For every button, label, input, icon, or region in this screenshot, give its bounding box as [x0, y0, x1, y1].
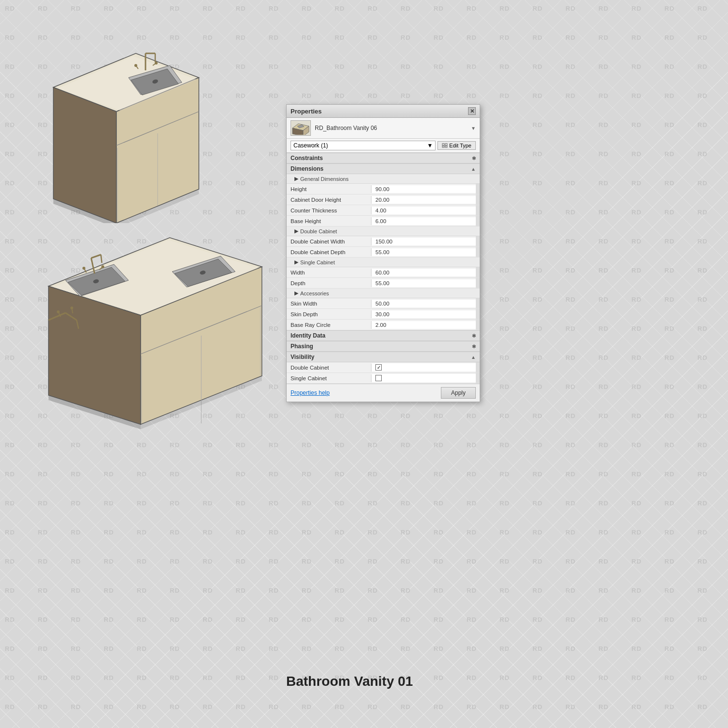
scrollbar [476, 278, 480, 288]
identity-data-label: Identity Data [291, 332, 325, 339]
visibility-row-single-cabinet: Single Cabinet [287, 373, 480, 384]
identity-data-section-header[interactable]: Identity Data ✱ [287, 330, 480, 341]
svg-rect-54 [445, 144, 447, 146]
edit-type-label: Edit Type [449, 143, 471, 148]
svg-point-44 [57, 310, 60, 313]
double-cabinet-label: Double Cabinet [300, 228, 337, 234]
prop-value-depth[interactable]: 55.00 [372, 279, 476, 287]
prop-label-counter-thickness: Counter Thickness [287, 207, 372, 214]
prop-row-depth: Depth 55.00 [287, 278, 480, 289]
visibility-value-single-cabinet[interactable] [372, 374, 476, 382]
single-cabinet-label: Single Cabinet [300, 259, 335, 265]
visibility-row-double-cabinet: Double Cabinet ✓ [287, 362, 480, 373]
prop-row-base-height: Base Height 6.00 [287, 216, 480, 226]
scrollbar [476, 267, 480, 277]
prop-value-width[interactable]: 60.00 [372, 269, 476, 276]
scrollbar [476, 236, 480, 246]
prop-value-height[interactable]: 90.00 [372, 185, 476, 193]
phasing-section-header[interactable]: Phasing ✱ [287, 341, 480, 352]
accessories-expand-icon: ▶ [294, 290, 298, 296]
prop-label-base-height: Base Height [287, 217, 372, 225]
double-cabinet-drawing [39, 223, 281, 443]
dimensions-section-header[interactable]: Dimensions ▲ [287, 163, 480, 174]
double-cabinet-expand-icon: ▶ [294, 228, 298, 234]
dimensions-collapse-icon: ▲ [471, 166, 476, 172]
general-dimensions-subsection[interactable]: ▶ General Dimensions [287, 174, 480, 184]
prop-label-double-cabinet-width: Double Cabinet Width [287, 238, 372, 245]
general-dimensions-label: General Dimensions [300, 176, 349, 182]
prop-label-depth: Depth [287, 279, 372, 287]
svg-point-16 [155, 62, 158, 65]
edit-type-icon [442, 143, 448, 148]
scrollbar [476, 216, 480, 226]
prop-row-double-cabinet-depth: Double Cabinet Depth 55.00 [287, 247, 480, 258]
svg-point-37 [82, 267, 85, 270]
visibility-label: Visibility [291, 354, 314, 360]
prop-row-height: Height 90.00 [287, 184, 480, 194]
double-cabinet-subsection[interactable]: ▶ Double Cabinet [287, 226, 480, 236]
component-icon [291, 120, 311, 136]
svg-line-34 [91, 255, 101, 258]
prop-row-skin-depth: Skin Depth 30.00 [287, 309, 480, 320]
prop-value-base-ray-circle[interactable]: 2.00 [372, 321, 476, 329]
visibility-section-header[interactable]: Visibility ▲ [287, 352, 480, 362]
prop-value-double-cabinet-depth[interactable]: 55.00 [372, 248, 476, 256]
visibility-value-double-cabinet[interactable]: ✓ [372, 363, 476, 372]
single-cabinet-subsection[interactable]: ▶ Single Cabinet [287, 258, 480, 267]
component-dropdown-arrow[interactable]: ▼ [471, 126, 476, 131]
checkbox-double-cabinet[interactable]: ✓ [375, 364, 382, 371]
prop-value-cabinet-door-height[interactable]: 20.00 [372, 196, 476, 204]
prop-row-skin-width: Skin Width 50.00 [287, 298, 480, 309]
prop-value-skin-width[interactable]: 50.00 [372, 300, 476, 307]
scrollbar [476, 362, 480, 372]
prop-value-skin-depth[interactable]: 30.00 [372, 310, 476, 318]
single-cabinet-expand-icon: ▶ [294, 259, 298, 265]
visibility-collapse-icon: ▲ [471, 355, 476, 360]
prop-row-base-ray-circle: Base Ray Circle 2.00 [287, 320, 480, 330]
prop-value-double-cabinet-width[interactable]: 150.00 [372, 238, 476, 245]
page-title: Bathroom Vanity 01 [286, 674, 413, 689]
type-dropdown-arrow: ▼ [427, 142, 433, 149]
svg-rect-56 [445, 146, 447, 147]
phasing-collapse-icon: ✱ [472, 344, 476, 349]
scrollbar [476, 320, 480, 330]
close-button[interactable]: ✕ [468, 107, 476, 115]
prop-value-counter-thickness[interactable]: 4.00 [372, 207, 476, 214]
apply-button[interactable]: Apply [441, 387, 476, 399]
prop-row-cabinet-door-height: Cabinet Door Height 20.00 [287, 194, 480, 205]
prop-label-height: Height [287, 185, 372, 193]
edit-type-button[interactable]: Edit Type [437, 141, 476, 150]
scrollbar [476, 309, 480, 319]
svg-point-39 [101, 265, 104, 268]
visibility-label-single-cabinet: Single Cabinet [287, 374, 372, 382]
prop-row-width: Width 60.00 [287, 267, 480, 278]
prop-value-base-height[interactable]: 6.00 [372, 217, 476, 225]
properties-help-link[interactable]: Properties help [291, 389, 330, 396]
prop-label-cabinet-door-height: Cabinet Door Height [287, 196, 372, 204]
prop-row-double-cabinet-width: Double Cabinet Width 150.00 [287, 236, 480, 247]
phasing-label: Phasing [291, 343, 313, 350]
accessories-subsection[interactable]: ▶ Accessories [287, 289, 480, 298]
constraints-section-header[interactable]: Constraints ✱ [287, 153, 480, 163]
svg-point-14 [134, 64, 137, 67]
panel-titlebar: Properties ✕ [287, 105, 480, 118]
type-row: Casework (1) ▼ Edit Type [287, 139, 480, 153]
component-row: RD_Bathroom Vanity 06 ▼ [287, 118, 480, 139]
constraints-collapse-icon: ✱ [472, 156, 476, 161]
scrollbar [476, 247, 480, 257]
single-cabinet-drawing [39, 39, 213, 225]
svg-rect-53 [442, 144, 444, 146]
checkbox-single-cabinet[interactable] [375, 375, 382, 381]
scrollbar [476, 194, 480, 205]
svg-point-46 [70, 307, 73, 309]
scrollbar [476, 298, 480, 308]
dimensions-label: Dimensions [291, 165, 324, 172]
panel-title: Properties [291, 108, 322, 115]
type-dropdown-label: Casework (1) [293, 142, 328, 149]
type-dropdown[interactable]: Casework (1) ▼ [291, 141, 436, 150]
visibility-label-double-cabinet: Double Cabinet [287, 364, 372, 372]
scrollbar [476, 205, 480, 215]
prop-label-skin-width: Skin Width [287, 300, 372, 307]
properties-panel: Properties ✕ RD_Bathroom Vanity 06 ▼ Cas… [286, 104, 480, 402]
prop-label-width: Width [287, 269, 372, 276]
